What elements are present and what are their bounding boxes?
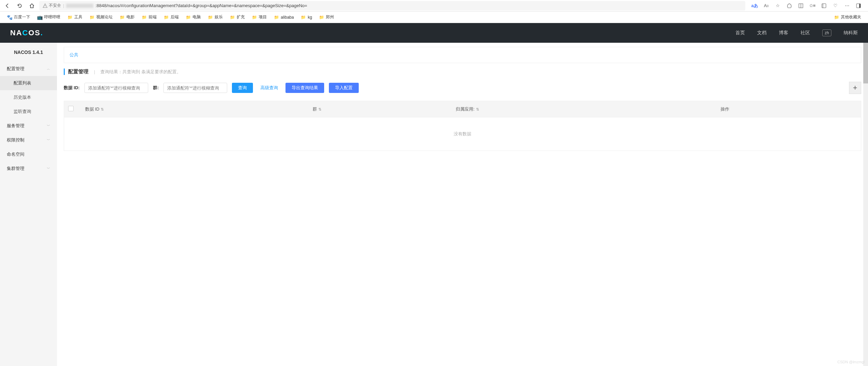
sidebar-cluster[interactable]: 集群管理 ﹀ bbox=[0, 161, 57, 176]
namespace-tab-public[interactable]: 公共 bbox=[70, 52, 78, 57]
col-app[interactable]: 归属应用:⇅ bbox=[452, 101, 716, 117]
insecure-badge: 不安全 bbox=[43, 3, 61, 8]
col-group[interactable]: 群⇅ bbox=[309, 101, 452, 117]
chevron-down-icon: ﹀ bbox=[47, 123, 50, 128]
folder-icon: 📁 bbox=[141, 15, 147, 20]
dataId-input[interactable] bbox=[84, 83, 148, 93]
bookmark-project[interactable]: 📁项目 bbox=[250, 13, 268, 21]
bookmark-tools[interactable]: 📁工具 bbox=[66, 13, 84, 21]
browser-toolbar: 不安全 | :8848/nacos/#/configurationManagem… bbox=[0, 0, 868, 12]
add-button[interactable]: + bbox=[849, 82, 861, 94]
folder-icon: 📁 bbox=[119, 15, 125, 20]
sidebar-history[interactable]: 历史版本 bbox=[0, 90, 57, 104]
user-name[interactable]: 纳科斯 bbox=[844, 30, 858, 36]
nav-community[interactable]: 社区 bbox=[801, 30, 810, 36]
nav-docs[interactable]: 文档 bbox=[757, 30, 767, 36]
bookmark-other[interactable]: 📁其他收藏夹 bbox=[832, 13, 863, 21]
back-button[interactable] bbox=[3, 1, 12, 11]
sidebar-toggle-icon[interactable] bbox=[855, 2, 862, 9]
performance-icon[interactable]: ♡ bbox=[832, 2, 839, 9]
bookmark-baidu[interactable]: 🐾百度一下 bbox=[5, 13, 32, 21]
watermark: CSDN @lmzmgl bbox=[837, 360, 865, 364]
sidebar-permission[interactable]: 权限控制 ﹀ bbox=[0, 133, 57, 147]
page-title: 配置管理 bbox=[68, 69, 88, 75]
sidebar-service[interactable]: 服务管理 ﹀ bbox=[0, 119, 57, 133]
address-bar[interactable]: 不安全 | :8848/nacos/#/configurationManagem… bbox=[39, 1, 745, 11]
checkbox-icon[interactable] bbox=[68, 106, 74, 111]
checkbox-header[interactable] bbox=[64, 101, 81, 117]
read-aloud-icon[interactable]: A)) bbox=[763, 2, 770, 9]
favorites-list-icon[interactable]: ✩≡ bbox=[809, 2, 816, 9]
sidebar: NACOS 1.4.1 配置管理 ︿ 配置列表 历史版本 监听查询 服务管理 ﹀… bbox=[0, 43, 57, 366]
sidebar-config-list[interactable]: 配置列表 bbox=[0, 76, 57, 90]
toolbar-right: aあ A)) ☆ ✩≡ ♡ ⋯ bbox=[748, 2, 865, 9]
import-button[interactable]: 导入配置 bbox=[329, 83, 359, 93]
lang-switch[interactable]: zh bbox=[822, 30, 831, 36]
svg-rect-6 bbox=[859, 4, 861, 8]
more-icon[interactable]: ⋯ bbox=[844, 2, 850, 9]
folder-icon: 📁 bbox=[252, 15, 257, 20]
col-action: 操作 bbox=[716, 101, 861, 117]
sidebar-title: NACOS 1.4.1 bbox=[0, 43, 57, 62]
nav-home[interactable]: 首页 bbox=[735, 30, 745, 36]
nacos-logo[interactable]: NACOS. bbox=[10, 28, 43, 37]
folder-icon: 📁 bbox=[834, 15, 839, 20]
split-icon[interactable] bbox=[797, 2, 804, 9]
page-header: 配置管理 | 查询结果：共查询到 条满足要求的配置。 bbox=[64, 69, 861, 75]
folder-icon: 📁 bbox=[319, 15, 324, 20]
bookmark-bilibili[interactable]: 📺哔哩哔哩 bbox=[36, 13, 62, 21]
query-result: 查询结果：共查询到 条满足要求的配置。 bbox=[100, 69, 181, 75]
home-button[interactable] bbox=[27, 1, 37, 11]
sort-icon: ⇅ bbox=[476, 107, 479, 111]
collections-icon[interactable] bbox=[821, 2, 827, 9]
bookmark-kg[interactable]: 📁kg bbox=[299, 14, 314, 21]
bookmark-computer[interactable]: 📁电脑 bbox=[184, 13, 202, 21]
favorite-icon[interactable]: ☆ bbox=[774, 2, 781, 9]
chevron-down-icon: ﹀ bbox=[47, 138, 50, 142]
bookmark-entertainment[interactable]: 📁娱乐 bbox=[206, 13, 224, 21]
sort-icon: ⇅ bbox=[101, 107, 104, 111]
bilibili-icon: 📺 bbox=[37, 15, 42, 20]
url-host-blurred bbox=[66, 4, 93, 8]
nacos-header: NACOS. 首页 文档 博客 社区 zh 纳科斯 bbox=[0, 23, 868, 43]
bookmark-extension[interactable]: 📁扩充 bbox=[228, 13, 246, 21]
group-input[interactable] bbox=[163, 83, 227, 93]
bookmark-frontend[interactable]: 📁前端 bbox=[140, 13, 158, 21]
sidebar-listen[interactable]: 监听查询 bbox=[0, 104, 57, 119]
advanced-query-button[interactable]: 高级查询 bbox=[258, 83, 281, 93]
folder-icon: 📁 bbox=[274, 15, 279, 20]
query-button[interactable]: 查询 bbox=[232, 83, 253, 93]
bookmark-zhengzhou[interactable]: 📁郑州 bbox=[317, 13, 335, 21]
url-text: :8848/nacos/#/configurationManagement?da… bbox=[95, 3, 307, 8]
main-content: 公共 配置管理 | 查询结果：共查询到 条满足要求的配置。 数据 ID: 群: … bbox=[57, 43, 868, 366]
bookmark-backend[interactable]: 📁后端 bbox=[162, 13, 180, 21]
sidebar-config[interactable]: 配置管理 ︿ bbox=[0, 62, 57, 76]
nacos-nav: 首页 文档 博客 社区 zh 纳科斯 bbox=[735, 30, 858, 36]
namespace-tabs: 公共 bbox=[64, 47, 861, 63]
folder-icon: 📁 bbox=[163, 15, 169, 20]
bookmark-video[interactable]: 📁视频论坛 bbox=[88, 13, 114, 21]
nav-blog[interactable]: 博客 bbox=[779, 30, 788, 36]
empty-message: 没有数据 bbox=[64, 117, 861, 151]
sidebar-namespace[interactable]: 命名空间 bbox=[0, 147, 57, 161]
dataId-label: 数据 ID: bbox=[64, 85, 80, 91]
svg-rect-3 bbox=[822, 4, 826, 8]
scrollbar[interactable] bbox=[863, 43, 868, 366]
scroll-thumb[interactable] bbox=[863, 43, 868, 83]
bookmark-alibaba[interactable]: 📁alibaba bbox=[272, 14, 295, 21]
insecure-label: 不安全 bbox=[49, 3, 61, 8]
extension-icon[interactable] bbox=[786, 2, 793, 9]
folder-icon: 📁 bbox=[301, 15, 306, 20]
folder-icon: 📁 bbox=[67, 15, 73, 20]
folder-icon: 📁 bbox=[208, 15, 213, 20]
sort-icon: ⇅ bbox=[318, 107, 321, 111]
col-dataId[interactable]: 数据 ID⇅ bbox=[81, 101, 309, 117]
export-button[interactable]: 导出查询结果 bbox=[285, 83, 324, 93]
bookmarks-bar: 🐾百度一下 📺哔哩哔哩 📁工具 📁视频论坛 📁电影 📁前端 📁后端 📁电脑 📁娱… bbox=[0, 12, 868, 23]
folder-icon: 📁 bbox=[185, 15, 191, 20]
translate-icon[interactable]: aあ bbox=[751, 3, 758, 9]
folder-icon: 📁 bbox=[230, 15, 235, 20]
bookmark-movie[interactable]: 📁电影 bbox=[118, 13, 136, 21]
empty-row: 没有数据 bbox=[64, 117, 861, 151]
refresh-button[interactable] bbox=[15, 1, 24, 11]
